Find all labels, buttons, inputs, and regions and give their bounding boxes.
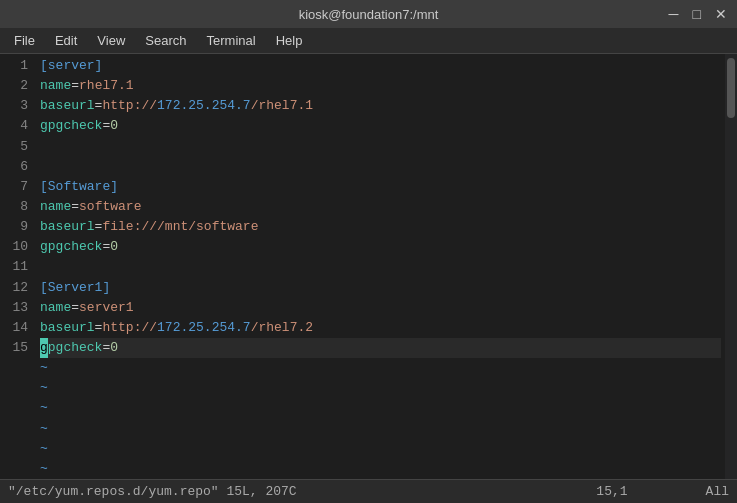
- ln-12: 12: [8, 278, 28, 298]
- ln-tilde-4: [8, 419, 28, 439]
- menubar: File Edit View Search Terminal Help: [0, 28, 737, 54]
- code-area[interactable]: [server] name=rhel7.1 baseurl=http://172…: [36, 54, 725, 479]
- code-line-11: [40, 257, 721, 277]
- menu-terminal[interactable]: Terminal: [197, 31, 266, 50]
- maximize-button[interactable]: □: [691, 7, 703, 21]
- ln-4: 4: [8, 116, 28, 136]
- ln-2: 2: [8, 76, 28, 96]
- menu-edit[interactable]: Edit: [45, 31, 87, 50]
- code-line-12: [Server1]: [40, 278, 721, 298]
- code-line-9: baseurl=file:///mnt/software: [40, 217, 721, 237]
- status-file-info: "/etc/yum.repos.d/yum.repo" 15L, 207C: [8, 484, 297, 499]
- menu-file[interactable]: File: [4, 31, 45, 50]
- ln-9: 9: [8, 217, 28, 237]
- code-line-6: [40, 157, 721, 177]
- tilde-5: ~: [40, 439, 721, 459]
- ln-5: 5: [8, 137, 28, 157]
- tilde-2: ~: [40, 378, 721, 398]
- ln-tilde-3: [8, 398, 28, 418]
- code-line-5: [40, 137, 721, 157]
- tilde-1: ~: [40, 358, 721, 378]
- section-server1: [Server1]: [40, 280, 110, 295]
- ln-tilde-5: [8, 439, 28, 459]
- window-title: kiosk@foundation7:/mnt: [299, 7, 439, 22]
- minimize-button[interactable]: ─: [667, 7, 681, 21]
- close-button[interactable]: ✕: [713, 7, 729, 21]
- ln-15: 15: [8, 338, 28, 358]
- code-line-2: name=rhel7.1: [40, 76, 721, 96]
- window-controls[interactable]: ─ □ ✕: [667, 7, 729, 21]
- ln-8: 8: [8, 197, 28, 217]
- ln-tilde-1: [8, 358, 28, 378]
- ln-7: 7: [8, 177, 28, 197]
- ln-6: 6: [8, 157, 28, 177]
- section-software: [Software]: [40, 179, 118, 194]
- ln-3: 3: [8, 96, 28, 116]
- ln-1: 1: [8, 56, 28, 76]
- menu-search[interactable]: Search: [135, 31, 196, 50]
- code-line-1: [server]: [40, 56, 721, 76]
- ln-11: 11: [8, 257, 28, 277]
- ln-tilde-6: [8, 459, 28, 479]
- titlebar: kiosk@foundation7:/mnt ─ □ ✕: [0, 0, 737, 28]
- statusbar: "/etc/yum.repos.d/yum.repo" 15L, 207C 15…: [0, 479, 737, 503]
- ln-10: 10: [8, 237, 28, 257]
- code-line-4: gpgcheck=0: [40, 116, 721, 136]
- code-line-3: baseurl=http://172.25.254.7/rhel7.1: [40, 96, 721, 116]
- code-line-15: gpgcheck=0: [40, 338, 721, 358]
- code-line-7: [Software]: [40, 177, 721, 197]
- section-server: [server]: [40, 58, 102, 73]
- cursor: g: [40, 338, 48, 358]
- scrollbar-thumb[interactable]: [727, 58, 735, 118]
- menu-help[interactable]: Help: [266, 31, 313, 50]
- scrollbar[interactable]: [725, 54, 737, 479]
- status-pos: 15,1: [596, 484, 627, 499]
- ln-13: 13: [8, 298, 28, 318]
- code-line-13: name=server1: [40, 298, 721, 318]
- code-line-14: baseurl=http://172.25.254.7/rhel7.2: [40, 318, 721, 338]
- code-line-8: name=software: [40, 197, 721, 217]
- ln-tilde-2: [8, 378, 28, 398]
- tilde-4: ~: [40, 419, 721, 439]
- menu-view[interactable]: View: [87, 31, 135, 50]
- code-line-10: gpgcheck=0: [40, 237, 721, 257]
- line-numbers: 1 2 3 4 5 6 7 8 9 10 11 12 13 14 15: [0, 54, 36, 479]
- ln-14: 14: [8, 318, 28, 338]
- tilde-6: ~: [40, 459, 721, 479]
- status-position: 15,1 All: [596, 484, 729, 499]
- tilde-3: ~: [40, 398, 721, 418]
- status-scroll: All: [706, 484, 729, 499]
- editor: 1 2 3 4 5 6 7 8 9 10 11 12 13 14 15 [ser…: [0, 54, 737, 479]
